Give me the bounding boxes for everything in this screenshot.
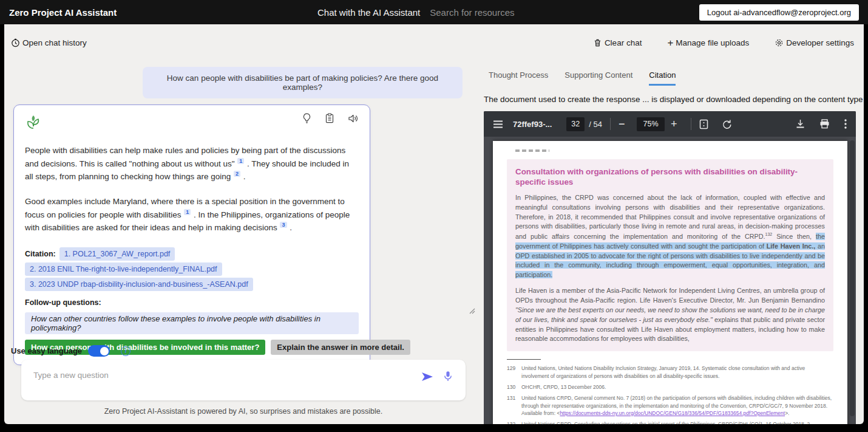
footnote-item: 132United Nations CRPD, Concluding obser… [507, 420, 833, 424]
app-window: Zero Project AI Assistant Chat with the … [0, 0, 868, 432]
microphone-icon[interactable] [444, 371, 452, 385]
read-aloud-speaker-icon[interactable] [348, 114, 359, 126]
print-icon[interactable] [819, 119, 830, 129]
footnote-item: 131United Nations CRPD, General comment … [507, 394, 833, 417]
toggle-knob [100, 347, 109, 355]
footnote-number: 129 [507, 365, 516, 380]
footnote-text: OHCHR, CRPD, 13 December 2006. [521, 383, 606, 391]
footnote-text: United Nations CRPD, Concluding observat… [521, 420, 812, 424]
actions-row: Open chat history Clear chat + Manage fi… [11, 38, 854, 48]
tab-thought-process[interactable]: Thought Process [489, 70, 548, 86]
footnote-number: 131 [507, 394, 516, 417]
send-icon[interactable] [421, 371, 434, 385]
manage-file-uploads-button[interactable]: + Manage file uploads [667, 38, 749, 48]
assistant-plant-logo-icon [25, 113, 42, 132]
logout-button[interactable]: Logout ai-advancedflow@zeroproject.org [699, 4, 859, 21]
rotate-icon[interactable] [722, 119, 732, 129]
clear-chat-label: Clear chat [605, 38, 642, 47]
followup-button-secondary[interactable]: Explain the answer in more detail. [271, 340, 410, 355]
open-chat-history-button[interactable]: Open chat history [11, 38, 87, 47]
gear-icon [775, 38, 784, 47]
ai-disclaimer: Zero Project AI-Assistant is powered by … [4, 407, 483, 416]
answer-card-actions [302, 113, 359, 126]
developer-settings-button[interactable]: Developer settings [775, 38, 854, 47]
footnote-number: 132 [507, 420, 516, 424]
trash-icon [593, 38, 602, 47]
footnote-link[interactable]: https://documents-dds-ny.un.org/doc/UNDO… [560, 410, 785, 416]
footnote-number: 130 [507, 383, 516, 391]
info-icon[interactable]: i [121, 346, 131, 356]
citation-row: Citation:1. POL21_3067_AW_report.pdf2. 2… [25, 247, 359, 292]
citation-superscript[interactable]: 2 [234, 171, 240, 177]
pdf-paragraph-1: In Philippines, the CRPD was concerned a… [515, 193, 825, 280]
app-header: Zero Project AI Assistant Chat with the … [0, 0, 868, 24]
pdf-section-heading: Consultation with organizations of perso… [515, 166, 825, 188]
open-chat-history-label: Open chat history [22, 38, 87, 47]
header-nav: Chat with the AI Assistant Search for re… [317, 0, 515, 24]
citation-info-text: The document used to create the response… [484, 95, 864, 104]
plus-icon: + [667, 38, 673, 48]
footnote-item: 130OHCHR, CRPD, 13 December 2006. [507, 383, 833, 391]
manage-file-uploads-label: Manage file uploads [676, 38, 749, 47]
footnote-divider [507, 359, 541, 360]
pdf-scrollbar [850, 140, 855, 422]
citation-superscript[interactable]: 1 [184, 209, 191, 215]
pdf-scrollbar-thumb[interactable] [850, 140, 855, 416]
pdf-toolbar-right [796, 119, 847, 129]
composer-icons [421, 371, 452, 385]
pdf-menu-icon[interactable] [493, 120, 503, 128]
panel-resize-grip[interactable] [468, 307, 476, 315]
pdf-viewer: 72ffef93-... 32 / 54 − 75% + [484, 111, 856, 424]
pdf-page: Consultation with organizations of perso… [493, 141, 847, 424]
citation-superscript[interactable]: 3 [280, 222, 287, 228]
pdf-highlight-section: Consultation with organizations of perso… [507, 159, 833, 351]
citation-label: Citation: [25, 250, 56, 258]
copy-clipboard-icon[interactable] [325, 113, 334, 126]
answer-paragraph: Good examples include Maryland, where th… [25, 196, 359, 235]
footnote-text: United Nations, United Nations Disabilit… [521, 365, 833, 380]
composer [21, 360, 466, 400]
fit-to-page-icon[interactable] [699, 119, 708, 129]
answer-card-header [25, 113, 359, 132]
citation-file-chip[interactable]: 2. 2018 ENIL The-right-to-live-independe… [25, 262, 222, 276]
actions-right-group: Clear chat + Manage file uploads Develop… [593, 38, 854, 48]
answer-paragraph: People with disabilities can help make r… [25, 145, 359, 183]
nav-chat-link[interactable]: Chat with the AI Assistant [317, 7, 420, 18]
clipped-text-fragment [515, 149, 549, 152]
citation-file-chip[interactable]: 3. 2023 UNDP rbap-disbility-inclusion-an… [25, 278, 253, 291]
toolbar-divider [610, 118, 611, 130]
question-input[interactable] [33, 366, 399, 384]
download-icon[interactable] [796, 119, 805, 129]
right-panel-tabs: Thought ProcessSupporting ContentCitatio… [489, 70, 676, 86]
footnote-item: 129United Nations, United Nations Disabi… [507, 365, 833, 380]
more-options-icon[interactable] [844, 119, 847, 129]
easy-language-toggle[interactable] [88, 345, 110, 357]
app-title: Zero Project AI Assistant [9, 7, 117, 18]
lightbulb-icon[interactable] [302, 113, 311, 126]
citation-file-chip[interactable]: 1. POL21_3067_AW_report.pdf [59, 247, 175, 261]
pdf-zoom-level[interactable]: 75% [637, 117, 665, 131]
pdf-file-name: 72ffef93-... [513, 120, 552, 129]
main-area: Open chat history Clear chat + Manage fi… [4, 24, 864, 424]
zoom-out-icon[interactable]: − [619, 118, 631, 131]
zoom-in-icon[interactable]: + [671, 118, 683, 131]
easy-language-row: Use easy language i [11, 345, 131, 357]
user-question-bubble: How can people with disabilities be part… [143, 67, 463, 98]
pdf-page-total: / 54 [589, 120, 602, 129]
history-clock-icon [11, 38, 20, 47]
tab-supporting-content[interactable]: Supporting Content [565, 70, 632, 86]
easy-language-label: Use easy language [11, 346, 82, 355]
pdf-page-input[interactable]: 32 [566, 117, 585, 131]
footnotes: 129United Nations, United Nations Disabi… [507, 365, 833, 424]
clear-chat-button[interactable]: Clear chat [593, 38, 642, 47]
pdf-paragraph-2: Life Haven is a member of the Asia-Pacif… [515, 286, 825, 344]
tab-citation[interactable]: Citation [649, 70, 676, 86]
developer-settings-label: Developer settings [786, 38, 854, 47]
citation-superscript[interactable]: 1 [237, 158, 244, 164]
footnote-text: United Nations CRPD, General comment No.… [521, 394, 833, 417]
toolbar-divider [691, 118, 691, 130]
followup-questions-label: Follow-up questions: [25, 298, 359, 307]
followup-suggestion-chip[interactable]: How can other countries follow these exa… [25, 312, 359, 334]
nav-search-link[interactable]: Search for resources [430, 7, 514, 18]
pdf-canvas: Consultation with organizations of perso… [484, 137, 856, 424]
